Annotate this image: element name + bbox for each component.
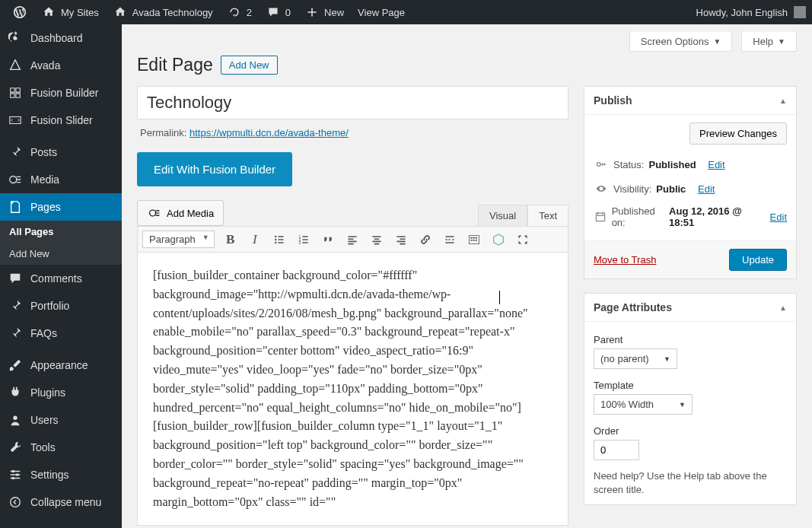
sidebar-item-avada[interactable]: Avada (0, 52, 122, 79)
home-icon (113, 5, 128, 20)
toolbar-toggle-button[interactable] (466, 231, 482, 248)
chevron-down-icon: ▼ (713, 37, 721, 46)
view-page-label: View Page (358, 7, 405, 18)
chevron-down-icon: ▼ (778, 37, 785, 46)
fusion-element-button[interactable] (490, 231, 507, 248)
admin-sidebar: Dashboard Avada Fusion Builder Fusion Sl… (0, 24, 122, 528)
numbered-list-button[interactable]: 123 (295, 231, 312, 248)
permalink-label: Permalink: (140, 127, 189, 138)
edit-visibility-link[interactable]: Edit (698, 183, 715, 195)
media-icon (147, 205, 162, 221)
parent-label: Parent (594, 334, 787, 345)
content-area: Screen Options▼ Help▼ Edit Page Add New … (122, 24, 812, 528)
brush-icon (8, 358, 23, 373)
page-attributes-heading: Page Attributes (594, 301, 672, 313)
svg-marker-15 (493, 234, 503, 244)
sidebar-subitem-all-pages[interactable]: All Pages (0, 221, 122, 243)
link-button[interactable] (417, 231, 434, 248)
italic-button[interactable]: I (247, 231, 263, 248)
edit-date-link[interactable]: Edit (770, 212, 787, 223)
sidebar-item-faqs[interactable]: FAQs (0, 320, 122, 347)
editor-tab-visual[interactable]: Visual (478, 205, 527, 226)
sidebar-item-portfolio[interactable]: Portfolio (0, 292, 122, 320)
new-link[interactable]: New (298, 0, 350, 24)
sitename-link[interactable]: Avada Technology (107, 0, 219, 24)
collapse-icon[interactable]: ▲ (779, 97, 787, 105)
permalink-link[interactable]: https://wpmulti.dcn.de/avada-theme/ (189, 127, 349, 138)
align-center-button[interactable] (368, 231, 385, 248)
wp-logo[interactable] (6, 0, 33, 24)
comments-link[interactable]: 0 (260, 0, 297, 24)
post-title-input[interactable] (137, 86, 568, 119)
refresh-icon (227, 5, 242, 20)
text-cursor (499, 291, 500, 304)
calendar-icon (594, 209, 607, 224)
order-input[interactable] (594, 440, 639, 460)
edit-fusion-builder-button[interactable]: Edit With Fusion Builder (137, 152, 292, 186)
help-tab[interactable]: Help▼ (741, 32, 797, 52)
template-select[interactable]: 100% Width▼ (594, 394, 693, 415)
avada-icon (8, 58, 23, 73)
bold-button[interactable]: B (222, 231, 239, 248)
wordpress-icon (12, 5, 27, 20)
parent-select[interactable]: (no parent)▼ (594, 348, 677, 369)
fullscreen-button[interactable] (514, 231, 531, 248)
sidebar-item-fusion-slider[interactable]: Fusion Slider (0, 107, 122, 134)
sidebar-item-posts[interactable]: Posts (0, 138, 122, 166)
sidebar-item-comments[interactable]: Comments (0, 265, 122, 292)
format-select[interactable]: Paragraph (142, 231, 215, 248)
home-icon (41, 5, 56, 20)
sidebar-item-users[interactable]: Users (0, 406, 122, 434)
sidebar-item-pages[interactable]: Pages (0, 193, 122, 221)
sidebar-item-tools[interactable]: Tools (0, 434, 122, 461)
eye-icon (594, 181, 609, 196)
svg-point-16 (597, 163, 600, 167)
editor-tab-text[interactable]: Text (527, 205, 568, 226)
sidebar-item-dashboard[interactable]: Dashboard (0, 24, 122, 52)
svg-point-1 (10, 177, 17, 183)
sidebar-collapse[interactable]: Collapse menu (0, 488, 122, 516)
sidebar-item-plugins[interactable]: Plugins (0, 379, 122, 406)
sidebar-item-fusion-builder[interactable]: Fusion Builder (0, 79, 122, 107)
pin-icon (8, 298, 23, 313)
chevron-down-icon: ▼ (679, 401, 686, 409)
svg-point-6 (11, 498, 21, 507)
dashboard-icon (8, 30, 23, 46)
editor-body[interactable]: [fusion_builder_container background_col… (137, 253, 568, 526)
fusion-slider-icon (8, 113, 23, 128)
help-text: Need help? Use the Help tab above the sc… (594, 469, 787, 497)
template-label: Template (594, 380, 787, 391)
add-media-button[interactable]: Add Media (137, 200, 224, 226)
mysites-link[interactable]: My Sites (35, 0, 105, 24)
update-button[interactable]: Update (729, 249, 787, 271)
svg-point-4 (16, 473, 19, 476)
sidebar-subitem-add-new[interactable]: Add New (0, 243, 122, 265)
align-right-button[interactable] (393, 231, 409, 248)
svg-point-10 (275, 241, 276, 243)
read-more-button[interactable] (441, 231, 458, 248)
sidebar-item-media[interactable]: Media (0, 166, 122, 193)
pin-icon (8, 145, 23, 160)
key-icon (594, 157, 609, 172)
move-to-trash-link[interactable]: Move to Trash (594, 254, 656, 266)
plug-icon (8, 385, 23, 400)
view-page-link[interactable]: View Page (352, 0, 411, 24)
sidebar-item-settings[interactable]: Settings (0, 461, 122, 488)
svg-point-5 (12, 477, 15, 480)
edit-status-link[interactable]: Edit (708, 159, 724, 170)
add-new-button[interactable]: Add New (221, 56, 278, 75)
blockquote-button[interactable] (320, 231, 336, 248)
chevron-down-icon: ▼ (664, 355, 670, 363)
fusion-builder-icon (8, 85, 23, 100)
preview-changes-button[interactable]: Preview Changes (689, 122, 787, 145)
user-greeting[interactable]: Howdy, John English (696, 6, 806, 18)
svg-point-8 (275, 235, 276, 237)
screen-options-tab[interactable]: Screen Options▼ (629, 32, 733, 52)
editor-content: [fusion_builder_container background_col… (153, 269, 528, 508)
bullet-list-button[interactable] (271, 231, 288, 248)
align-left-button[interactable] (344, 231, 361, 248)
sidebar-item-appearance[interactable]: Appearance (0, 351, 122, 379)
updates-link[interactable]: 2 (221, 0, 258, 24)
collapse-icon[interactable]: ▲ (779, 304, 787, 312)
user-icon (8, 412, 23, 428)
